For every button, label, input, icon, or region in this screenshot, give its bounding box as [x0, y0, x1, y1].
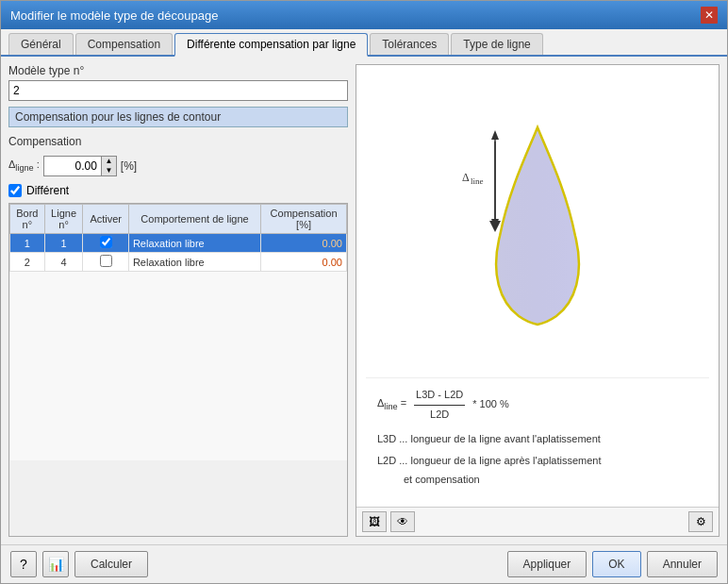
lines-table: Bordn° Lignen° Activer Comportement de l…: [9, 204, 347, 460]
different-checkbox-row: Différent: [8, 184, 348, 197]
diagram-toolbar: 🖼 👁 ⚙: [356, 507, 719, 536]
formula-denominator: L2D: [428, 406, 451, 425]
diagram-icon-1[interactable]: 🖼: [362, 511, 387, 532]
formula-numerator: L3D - L2D: [414, 386, 465, 406]
cell-behavior: Relaxation libre: [128, 234, 260, 253]
cell-ligne: 4: [44, 253, 83, 272]
cell-activer[interactable]: [83, 234, 128, 253]
delta-formula-label: Δline =: [377, 394, 406, 415]
formula-note2b: et compensation: [377, 471, 698, 490]
footer-icon-1[interactable]: ?: [10, 551, 37, 577]
window-title: Modifier le modèle type de découpage: [10, 8, 218, 23]
different-label: Différent: [26, 184, 69, 197]
unit-label: [%]: [121, 159, 137, 173]
cancel-button[interactable]: Annuler: [647, 551, 718, 577]
formula-note1: L3D ... longueur de la ligne avant l'apl…: [377, 430, 698, 449]
diagram-settings-icon[interactable]: ⚙: [688, 511, 713, 532]
table-row[interactable]: 1 1 Relaxation libre 0.00: [10, 234, 347, 253]
delta-input[interactable]: [44, 157, 101, 175]
model-input[interactable]: [8, 80, 348, 101]
spinbox-up[interactable]: ▲: [102, 157, 116, 166]
cell-bord: 2: [10, 253, 45, 272]
footer-bar: ? 📊 Calculer Appliquer OK Annuler: [1, 544, 727, 583]
left-panel: Modèle type n° Compensation pour les lig…: [8, 64, 348, 537]
col-compensation: Compensation[%]: [261, 205, 347, 234]
svg-text:line: line: [471, 176, 484, 186]
formula-suffix: * 100 %: [472, 395, 509, 414]
right-panel: Δ line Δline = L3D - L2D L2D * 100 %: [356, 64, 720, 537]
model-number-group: Modèle type n°: [8, 64, 348, 101]
tab-tolerances[interactable]: Tolérances: [370, 33, 449, 55]
cell-comp: 0.00: [261, 234, 347, 253]
delta-spinbox: ▲ ▼: [43, 156, 117, 176]
different-checkbox[interactable]: [8, 184, 22, 197]
formula-fraction: L3D - L2D L2D: [414, 386, 465, 425]
cell-ligne: 1: [44, 234, 83, 253]
delta-row: Δligne : ▲ ▼ [%]: [8, 154, 348, 178]
tabs-bar: Général Compensation Différente compensa…: [1, 29, 727, 57]
apply-button[interactable]: Appliquer: [507, 551, 587, 577]
formula-note2: L2D ... longueur de la ligne après l'apl…: [377, 452, 698, 471]
tab-diff-comp[interactable]: Différente compensation par ligne: [174, 33, 368, 57]
col-behavior: Comportement de ligne: [128, 205, 260, 234]
cell-activer[interactable]: [83, 253, 128, 272]
formula-area: Δline = L3D - L2D L2D * 100 % L3D ... lo…: [366, 377, 709, 497]
section-header: Compensation pour les lignes de contour: [8, 107, 348, 127]
content-area: Modèle type n° Compensation pour les lig…: [1, 57, 727, 544]
row2-checkbox[interactable]: [100, 255, 112, 267]
footer-icon-2[interactable]: 📊: [42, 551, 69, 577]
tab-compensation[interactable]: Compensation: [75, 33, 173, 55]
col-activer: Activer: [83, 205, 128, 234]
tab-line-type[interactable]: Type de ligne: [451, 33, 542, 55]
diagram-svg: Δ line: [443, 113, 632, 340]
main-window: Modifier le modèle type de découpage ✕ G…: [0, 0, 728, 584]
table-container: Bordn° Lignen° Activer Comportement de l…: [8, 203, 348, 537]
diagram-icon-2[interactable]: 👁: [390, 511, 415, 532]
delta-label: Δligne :: [8, 159, 40, 173]
spinbox-down[interactable]: ▼: [102, 166, 116, 175]
ok-button[interactable]: OK: [592, 551, 640, 577]
diagram-right-icons: ⚙: [688, 511, 713, 532]
diagram-left-icons: 🖼 👁: [362, 511, 415, 532]
formula-equation: Δline = L3D - L2D L2D * 100 %: [377, 386, 698, 425]
row1-checkbox[interactable]: [100, 236, 112, 248]
cell-behavior: Relaxation libre: [128, 253, 260, 272]
calculate-button[interactable]: Calculer: [74, 551, 148, 577]
footer-left: ? 📊 Calculer: [10, 551, 148, 577]
close-button[interactable]: ✕: [701, 7, 718, 24]
col-bord: Bordn°: [10, 205, 45, 234]
svg-marker-3: [491, 130, 499, 140]
diagram-svg-container: Δ line: [366, 75, 709, 377]
tab-general[interactable]: Général: [8, 33, 74, 55]
svg-marker-4: [491, 219, 499, 228]
compensation-heading: Compensation: [8, 135, 348, 148]
svg-text:Δ: Δ: [462, 171, 470, 184]
diagram-area: Δ line Δline = L3D - L2D L2D * 100 %: [356, 65, 719, 507]
title-bar: Modifier le modèle type de découpage ✕: [1, 1, 727, 29]
table-row[interactable]: 2 4 Relaxation libre 0.00: [10, 253, 347, 272]
col-ligne: Lignen°: [44, 205, 83, 234]
cell-bord: 1: [10, 234, 45, 253]
cell-comp: 0.00: [261, 253, 347, 272]
spinbox-buttons: ▲ ▼: [101, 157, 116, 175]
footer-right: Appliquer OK Annuler: [507, 551, 718, 577]
model-label: Modèle type n°: [8, 64, 348, 77]
